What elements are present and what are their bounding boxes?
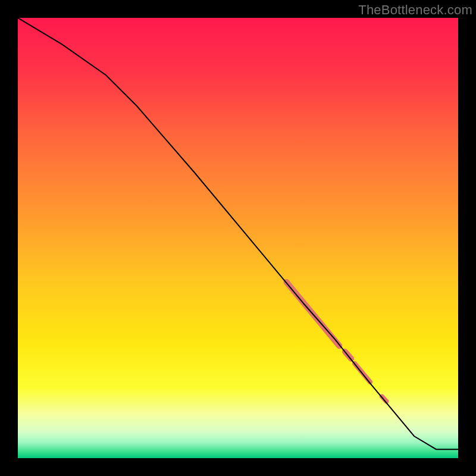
plot-area — [18, 18, 458, 458]
chart-container: TheBottleneck.com — [0, 0, 476, 476]
gradient-background — [18, 18, 458, 458]
plot-svg — [18, 18, 458, 458]
watermark-text: TheBottleneck.com — [358, 2, 472, 18]
